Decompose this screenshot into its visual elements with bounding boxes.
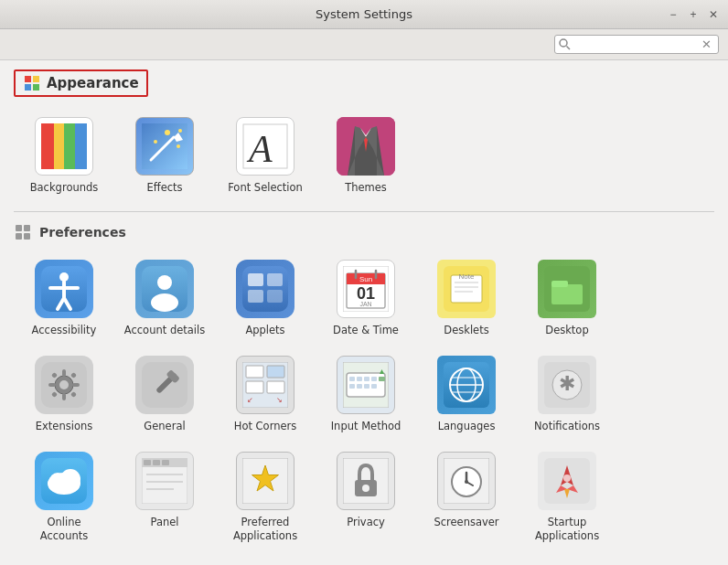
svg-rect-91 [349, 384, 355, 389]
font-selection-label: Font Selection [228, 181, 303, 195]
minimize-button[interactable]: − [666, 7, 680, 22]
backgrounds-item[interactable]: Backgrounds [14, 108, 114, 204]
screensaver-item[interactable]: Screensaver [416, 442, 517, 552]
svg-rect-89 [364, 377, 369, 381]
svg-rect-9 [75, 123, 87, 169]
svg-rect-67 [48, 383, 56, 387]
svg-rect-93 [364, 384, 369, 389]
preferences-title: Preferences [39, 225, 126, 240]
panel-icon [135, 452, 194, 510]
svg-point-14 [177, 144, 180, 148]
input-method-label: Input Method [331, 420, 401, 433]
svg-rect-2 [25, 76, 31, 82]
svg-point-109 [60, 469, 80, 489]
search-icon [559, 38, 571, 50]
maximize-button[interactable]: + [686, 7, 701, 22]
languages-icon [437, 356, 496, 414]
general-label: General [144, 420, 185, 433]
startup-applications-label: Startup Applications [535, 516, 599, 543]
extensions-item[interactable]: Extensions [14, 346, 114, 442]
backgrounds-label: Backgrounds [30, 181, 99, 195]
panel-item[interactable]: Panel [114, 442, 215, 552]
preferred-applications-item[interactable]: Preferred Applications [215, 442, 316, 552]
svg-rect-5 [33, 84, 39, 91]
svg-point-125 [362, 485, 369, 492]
date-time-item[interactable]: Sun 01 JAN Date & Time [316, 251, 416, 346]
online-accounts-icon [35, 452, 93, 510]
effects-label: Effects [146, 181, 182, 195]
online-accounts-item[interactable]: Online Accounts [14, 442, 114, 552]
privacy-label: Privacy [347, 516, 385, 529]
main-content: Appearance Backgrounds [0, 60, 728, 561]
preferred-apps-icon [236, 452, 294, 510]
svg-rect-87 [349, 377, 355, 381]
panel-label: Panel [150, 516, 178, 529]
startup-icon [538, 452, 596, 510]
account-details-item[interactable]: Account details [114, 251, 215, 346]
svg-point-16 [178, 129, 182, 133]
preferences-icon [14, 223, 32, 241]
titlebar: System Settings − + ✕ [0, 0, 728, 29]
svg-text:JAN: JAN [359, 301, 371, 307]
svg-rect-79 [267, 366, 284, 378]
windows-item[interactable]: Windows [14, 552, 114, 561]
accessibility-item[interactable]: Accessibility [14, 251, 114, 346]
svg-text:Sun: Sun [359, 275, 372, 283]
desklets-label: Desklets [444, 324, 488, 337]
svg-rect-94 [371, 384, 377, 389]
applets-item[interactable]: Applets [215, 251, 316, 346]
search-clear-button[interactable]: ✕ [701, 37, 712, 51]
languages-label: Languages [438, 420, 496, 433]
effects-icon [135, 117, 194, 176]
svg-rect-114 [153, 460, 160, 465]
search-input[interactable] [573, 37, 701, 51]
svg-rect-88 [357, 377, 362, 381]
svg-text:✱: ✱ [559, 372, 575, 395]
account-details-label: Account details [124, 324, 205, 337]
close-button[interactable]: ✕ [706, 7, 721, 22]
svg-rect-60 [551, 284, 583, 304]
window-tiling-item[interactable]: Window Tiling [114, 552, 215, 561]
privacy-icon [337, 452, 395, 510]
date-time-icon: Sun 01 JAN [337, 260, 395, 318]
applets-label: Applets [245, 324, 284, 337]
svg-rect-78 [246, 366, 263, 378]
workspaces-item[interactable]: Workspaces [215, 552, 316, 561]
input-method-icon [337, 356, 395, 414]
general-item[interactable]: General [114, 346, 215, 442]
hot-corners-item[interactable]: ↙ ↘ Hot Corners [215, 346, 316, 442]
font-selection-item[interactable]: A Font Selection [215, 108, 316, 204]
svg-rect-4 [33, 76, 39, 82]
notifications-item[interactable]: ✱ Notifications [517, 346, 617, 442]
notifications-icon: ✱ [538, 356, 596, 414]
privacy-item[interactable]: Privacy [316, 442, 416, 552]
svg-text:01: 01 [357, 284, 375, 303]
svg-rect-6 [41, 123, 54, 169]
svg-point-15 [154, 140, 157, 144]
svg-rect-42 [248, 290, 263, 303]
desktop-icon [538, 260, 596, 318]
preferences-grid: Accessibility Account details [14, 251, 714, 561]
window-title: System Settings [316, 7, 412, 21]
accessibility-icon [35, 260, 93, 318]
general-icon [135, 356, 194, 414]
svg-point-38 [151, 293, 178, 312]
svg-rect-68 [72, 383, 80, 387]
hot-corners-icon: ↙ ↘ [236, 356, 294, 414]
svg-rect-80 [246, 381, 263, 393]
appearance-icon [23, 74, 41, 92]
preferences-section-header: Preferences [14, 223, 714, 241]
window-controls: − + ✕ [666, 7, 721, 22]
svg-text:↘: ↘ [276, 396, 283, 404]
desktop-item[interactable]: Desktop [517, 251, 617, 346]
startup-applications-item[interactable]: Startup Applications [517, 442, 617, 552]
themes-item[interactable]: Themes [316, 108, 416, 204]
languages-item[interactable]: Languages [416, 346, 517, 442]
effects-item[interactable]: Effects [114, 108, 215, 204]
svg-rect-115 [162, 460, 169, 465]
online-accounts-label: Online Accounts [40, 516, 88, 543]
input-method-item[interactable]: Input Method [316, 346, 416, 442]
svg-point-64 [59, 380, 69, 389]
desklets-item[interactable]: Note Desklets [416, 251, 517, 346]
svg-rect-92 [357, 384, 362, 389]
